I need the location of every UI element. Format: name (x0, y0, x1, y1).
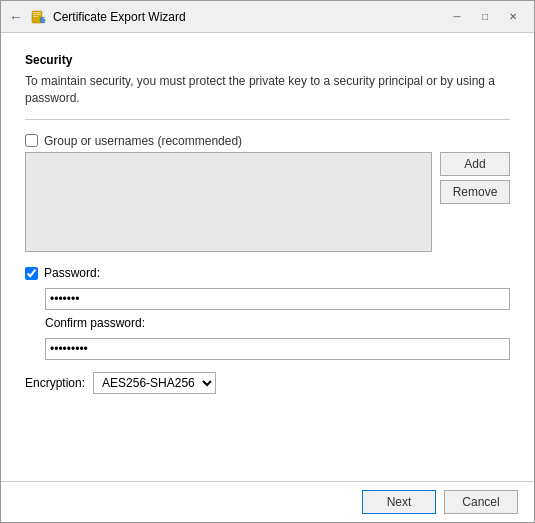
add-button[interactable]: Add (440, 152, 510, 176)
title-bar-controls: ─ □ ✕ (444, 7, 526, 27)
cancel-button[interactable]: Cancel (444, 490, 518, 514)
svg-rect-2 (33, 14, 41, 15)
title-bar: ← ★ Certificate Export Wizard ─ □ ✕ (1, 1, 534, 33)
certificate-export-wizard-window: ← ★ Certificate Export Wizard ─ □ ✕ Secu… (0, 0, 535, 523)
title-bar-title: Certificate Export Wizard (53, 10, 186, 24)
title-bar-left: ← ★ Certificate Export Wizard (9, 9, 186, 25)
wizard-content: Security To maintain security, you must … (1, 33, 534, 481)
security-description: To maintain security, you must protect t… (25, 73, 510, 107)
remove-button[interactable]: Remove (440, 180, 510, 204)
users-panel-row: Add Remove (25, 152, 510, 252)
back-button[interactable]: ← (9, 9, 23, 25)
password-input[interactable] (45, 288, 510, 310)
section-divider (25, 119, 510, 120)
maximize-button[interactable]: □ (472, 7, 498, 27)
security-heading: Security (25, 53, 510, 67)
users-buttons: Add Remove (440, 152, 510, 252)
close-button[interactable]: ✕ (500, 7, 526, 27)
password-section: Password: Confirm password: Encryption: … (25, 266, 510, 394)
users-listbox[interactable] (25, 152, 432, 252)
encryption-row: Encryption: AES256-SHA256 3DES-SHA1 RC2-… (25, 372, 510, 394)
confirm-password-label: Confirm password: (45, 316, 510, 330)
svg-rect-1 (33, 12, 41, 13)
next-button[interactable]: Next (362, 490, 436, 514)
encryption-select[interactable]: AES256-SHA256 3DES-SHA1 RC2-SHA1 (93, 372, 216, 394)
confirm-password-input-wrapper (45, 338, 510, 360)
password-label: Password: (44, 266, 100, 280)
confirm-password-input[interactable] (45, 338, 510, 360)
group-users-label: Group or usernames (recommended) (44, 134, 242, 148)
cert-icon: ★ (31, 9, 47, 25)
password-checkbox[interactable] (25, 267, 38, 280)
svg-rect-3 (33, 16, 38, 17)
password-checkbox-row: Password: (25, 266, 510, 282)
group-users-row: Group or usernames (recommended) (25, 134, 510, 148)
encryption-label: Encryption: (25, 376, 85, 390)
minimize-button[interactable]: ─ (444, 7, 470, 27)
wizard-footer: Next Cancel (1, 481, 534, 522)
password-input-wrapper (45, 288, 510, 310)
group-users-checkbox[interactable] (25, 134, 38, 147)
svg-text:★: ★ (42, 11, 48, 25)
